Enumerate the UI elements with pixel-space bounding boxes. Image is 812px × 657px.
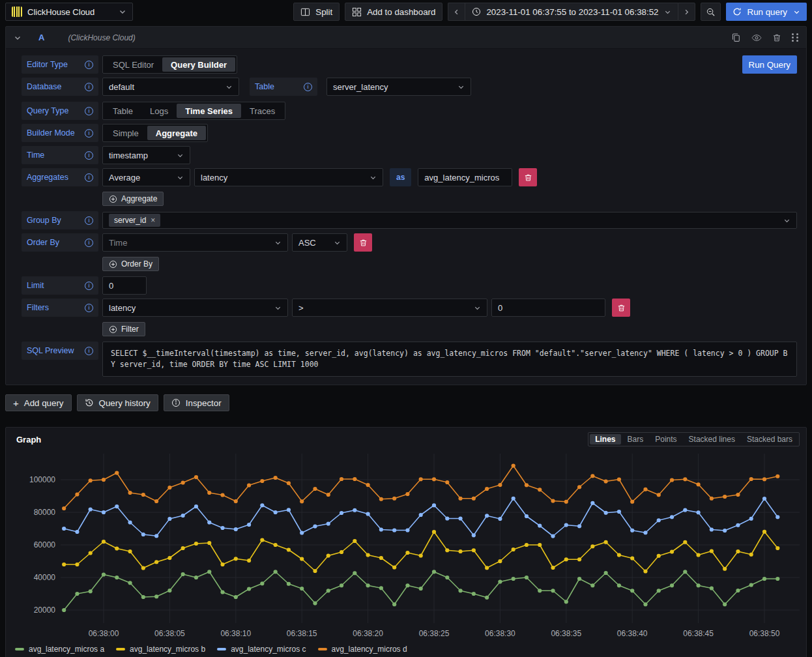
- svg-text:100000: 100000: [29, 475, 55, 484]
- graph-mode-stacked-bars[interactable]: Stacked bars: [742, 434, 798, 445]
- zoom-out-button[interactable]: [701, 3, 721, 21]
- circle-plus-icon: [109, 325, 117, 334]
- builder-mode-option-aggregate[interactable]: Aggregate: [147, 126, 206, 140]
- legend-item[interactable]: avg_latency_micros b: [116, 645, 205, 654]
- filters-label: Filters i: [22, 299, 98, 317]
- svg-text:06:38:35: 06:38:35: [551, 629, 581, 638]
- time-range-picker[interactable]: 2023-11-01 06:37:55 to 2023-11-01 06:38:…: [465, 3, 677, 21]
- query-type-label: Query Type i: [22, 102, 98, 120]
- chevron-right-icon: [683, 8, 690, 16]
- graph-mode-bars[interactable]: Bars: [622, 434, 649, 445]
- limit-input[interactable]: [102, 276, 147, 295]
- chevron-down-icon: [334, 239, 341, 246]
- query-type-toggle: Table Logs Time Series Traces: [102, 102, 285, 120]
- run-query-button[interactable]: Run query: [726, 3, 807, 21]
- refresh-icon: [732, 7, 742, 16]
- inspector-button[interactable]: Inspector: [164, 394, 229, 411]
- drag-handle-icon[interactable]: [792, 33, 798, 42]
- info-icon[interactable]: i: [85, 107, 93, 115]
- info-icon[interactable]: i: [85, 304, 93, 312]
- info-icon[interactable]: i: [85, 151, 93, 160]
- query-history-button[interactable]: Query history: [77, 394, 158, 411]
- add-aggregate-button[interactable]: Aggregate: [102, 192, 164, 206]
- query-type-option-time-series[interactable]: Time Series: [177, 104, 241, 118]
- database-select[interactable]: default: [102, 78, 239, 96]
- query-builder-form: Editor Type i SQL Editor Query Builder R…: [6, 49, 806, 385]
- graph-mode-stacked-lines[interactable]: Stacked lines: [684, 434, 740, 445]
- info-icon[interactable]: i: [304, 83, 312, 91]
- chevron-down-icon: [119, 8, 126, 16]
- info-icon[interactable]: i: [85, 61, 93, 69]
- svg-text:06:38:20: 06:38:20: [353, 629, 383, 638]
- info-icon[interactable]: i: [85, 347, 93, 355]
- limit-label: Limit i: [22, 276, 98, 295]
- trash-icon: [524, 173, 532, 182]
- svg-text:06:38:05: 06:38:05: [154, 629, 185, 638]
- legend-label: avg_latency_micros d: [332, 645, 407, 654]
- group-by-label: Group By i: [22, 211, 98, 229]
- table-select[interactable]: server_latency: [326, 78, 471, 96]
- add-order-by-button[interactable]: Order By: [102, 257, 159, 271]
- editor-run-query-label: Run Query: [749, 60, 790, 70]
- builder-mode-option-simple[interactable]: Simple: [104, 126, 147, 140]
- remove-tag-icon[interactable]: ×: [151, 216, 155, 225]
- top-bar: ClickHouse Cloud Split Add to dashboard …: [0, 0, 812, 23]
- chevron-down-icon: [177, 152, 184, 159]
- info-icon[interactable]: i: [85, 216, 93, 225]
- filter-column-select[interactable]: latency: [102, 299, 288, 317]
- group-by-multiselect[interactable]: server_id ×: [102, 212, 797, 229]
- remove-order-by-button[interactable]: [354, 233, 372, 252]
- filter-value-input[interactable]: [491, 299, 605, 317]
- time-shift-forward-button[interactable]: [678, 3, 695, 21]
- svg-text:06:38:45: 06:38:45: [683, 629, 714, 638]
- hide-query-eye-icon[interactable]: [751, 34, 762, 42]
- duplicate-query-icon[interactable]: [731, 33, 741, 42]
- aggregate-column-select[interactable]: latency: [194, 168, 383, 186]
- collapse-chevron-icon[interactable]: [14, 34, 22, 42]
- aggregates-label: Aggregates i: [22, 168, 98, 186]
- aggregate-alias-input[interactable]: [418, 168, 512, 186]
- datasource-picker[interactable]: ClickHouse Cloud: [5, 3, 133, 21]
- legend-item[interactable]: avg_latency_micros a: [15, 645, 104, 654]
- query-history-label: Query history: [99, 398, 151, 408]
- as-badge: as: [390, 168, 411, 186]
- chevron-down-icon: [274, 304, 282, 312]
- time-shift-back-button[interactable]: [448, 3, 465, 21]
- clickhouse-logo-icon: [12, 7, 22, 17]
- legend-item[interactable]: avg_latency_micros c: [217, 645, 306, 654]
- add-filter-button[interactable]: Filter: [102, 322, 145, 336]
- order-by-direction-select[interactable]: ASC: [292, 233, 347, 252]
- legend-item[interactable]: avg_latency_micros d: [318, 645, 407, 654]
- aggregate-function-select[interactable]: Average: [102, 168, 190, 186]
- remove-filter-button[interactable]: [612, 299, 630, 317]
- svg-text:06:38:25: 06:38:25: [419, 629, 450, 638]
- svg-text:40000: 40000: [34, 573, 56, 582]
- info-icon[interactable]: i: [85, 83, 93, 91]
- info-icon[interactable]: i: [85, 282, 93, 290]
- add-to-dashboard-button[interactable]: Add to dashboard: [345, 3, 442, 21]
- svg-text:60000: 60000: [34, 540, 56, 549]
- delete-query-trash-icon[interactable]: [772, 33, 781, 42]
- graph-mode-lines[interactable]: Lines: [590, 434, 620, 445]
- info-icon[interactable]: i: [85, 173, 93, 182]
- svg-text:06:38:15: 06:38:15: [287, 629, 317, 638]
- graph-mode-points[interactable]: Points: [650, 434, 682, 445]
- query-type-option-table[interactable]: Table: [104, 104, 141, 118]
- query-header[interactable]: A (ClickHouse Cloud): [6, 27, 806, 49]
- editor-type-option-query-builder[interactable]: Query Builder: [162, 57, 235, 72]
- info-icon[interactable]: i: [85, 239, 93, 247]
- clock-icon: [472, 7, 481, 16]
- add-query-button[interactable]: + Add query: [5, 394, 72, 411]
- query-type-option-logs[interactable]: Logs: [141, 104, 177, 118]
- filter-operator-select[interactable]: >: [292, 299, 487, 317]
- query-type-option-traces[interactable]: Traces: [241, 104, 283, 118]
- split-button[interactable]: Split: [293, 3, 340, 21]
- remove-aggregate-button[interactable]: [519, 168, 537, 186]
- svg-text:80000: 80000: [34, 508, 56, 517]
- time-series-chart[interactable]: 06:38:0006:38:0506:38:1006:38:1506:38:20…: [8, 448, 805, 644]
- time-column-select[interactable]: timestamp: [102, 146, 190, 164]
- editor-run-query-button[interactable]: Run Query: [742, 55, 797, 74]
- info-icon[interactable]: i: [85, 129, 93, 138]
- order-by-field-select[interactable]: Time: [102, 233, 288, 252]
- editor-type-option-sql-editor[interactable]: SQL Editor: [104, 57, 162, 72]
